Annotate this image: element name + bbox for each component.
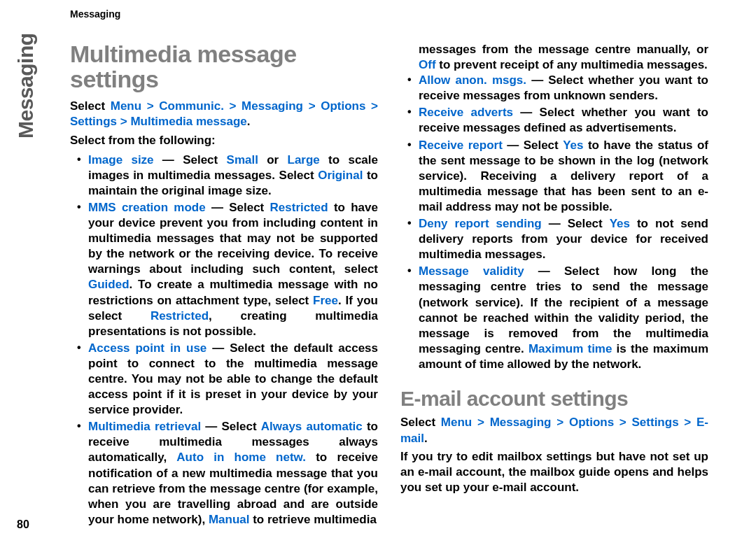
side-tab-label: Messaging [14,33,38,139]
nav-pre: Select [70,99,111,113]
option-label: MMS creation mode [88,201,206,214]
list-item: Access point in use — Select the default… [80,341,378,418]
lead-text: Select from the following: [70,133,378,148]
option-list-left: Image size — Select Small or Large to sc… [70,153,378,528]
option-label: Multimedia retrieval [88,420,201,433]
list-item: Deny report sending — Select Yes to not … [410,216,708,262]
nav-path: Menu > Communic. > Messaging > Options >… [70,99,378,128]
option-label: Allow anon. msgs. [419,73,526,87]
list-item: Message validity — Select how long the m… [410,264,708,372]
option-label: Image size [88,153,154,167]
option-label: Access point in use [88,341,206,355]
breadcrumb-mms: Select Menu > Communic. > Messaging > Op… [70,99,378,129]
nav-post: . [424,432,428,445]
nav-pre: Select [400,416,441,429]
option-label: Receive adverts [419,106,513,119]
list-item: Allow anon. msgs. — Select whether you w… [410,73,708,104]
nav-path: Menu > Messaging > Options > Settings > … [400,416,708,444]
option-label: Message validity [419,264,524,278]
column-right: messages from the message centre manuall… [400,42,708,529]
list-item: Image size — Select Small or Large to sc… [80,153,378,199]
manual-page: Messaging Messaging Multimedia message s… [0,0,756,545]
breadcrumb-email: Select Menu > Messaging > Options > Sett… [400,415,708,446]
page-number: 80 [17,518,29,531]
nav-post: . [247,115,251,128]
running-header: Messaging [70,8,739,20]
list-item: Receive report — Select Yes to have the … [410,138,708,215]
option-label: Deny report sending [419,217,542,230]
list-item: Receive adverts — Select whether you wan… [410,105,708,136]
option-label: Receive report [419,139,503,152]
list-item: MMS creation mode — Select Restricted to… [80,200,378,339]
two-column-layout: Multimedia message settings Select Menu … [70,42,739,529]
list-item: Multimedia retrieval — Select Always aut… [80,419,378,528]
continuation-text: messages from the message centre manuall… [400,42,708,73]
section-heading-mms: Multimedia message settings [70,42,378,92]
section-heading-email: E-mail account settings [400,388,708,410]
column-left: Multimedia message settings Select Menu … [70,42,378,529]
option-list-right: Allow anon. msgs. — Select whether you w… [400,73,708,372]
email-paragraph: If you try to edit mailbox settings but … [400,449,708,495]
